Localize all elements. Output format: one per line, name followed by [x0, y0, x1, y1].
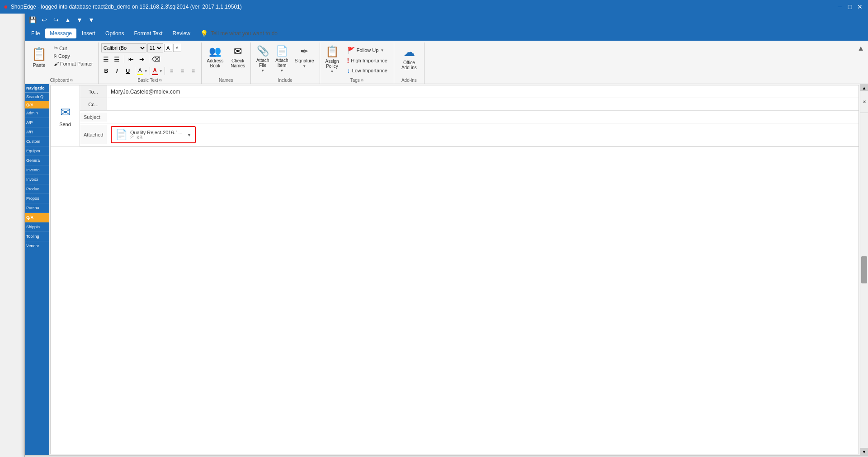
format-painter-icon: 🖌	[54, 61, 59, 66]
attach-file-button[interactable]: 📎 AttachFile ▼	[254, 43, 272, 75]
send-button[interactable]: Send	[59, 122, 71, 127]
save-btn[interactable]: 💾	[28, 15, 38, 25]
basic-text-group: Calibri (Bo 11 A A ☰ ☰ ⇤ ⇥	[99, 42, 202, 84]
tell-me-input[interactable]: 💡 Tell me what you want to do	[196, 28, 866, 39]
paste-label: Paste	[33, 62, 45, 68]
align-center-btn[interactable]: ≡	[178, 66, 188, 76]
sidebar-item-proposals[interactable]: Propos	[25, 194, 49, 203]
sidebar-item-purchasing[interactable]: Purcha	[25, 203, 49, 213]
follow-up-button[interactable]: 🚩 Follow Up ▼	[344, 45, 391, 55]
attachment-name: Quality Reject-2016-1...	[130, 130, 183, 135]
follow-up-label: Follow Up	[357, 47, 379, 53]
menu-message[interactable]: Message	[45, 28, 76, 38]
attachment-item[interactable]: 📄 Quality Reject-2016-1... 21 KB ▼	[111, 126, 196, 143]
sidebar-item-equipment[interactable]: Equipm	[25, 146, 49, 156]
sidebar-item-inventory[interactable]: Invento	[25, 165, 49, 175]
to-input[interactable]	[107, 87, 859, 97]
sidebar-item-custom[interactable]: Custom	[25, 137, 49, 146]
attached-row: Attached 📄 Quality Reject-2016-1... 21 K…	[80, 123, 859, 146]
attach-item-button[interactable]: 📄 AttachItem ▼	[273, 43, 291, 75]
font-family-select[interactable]: Calibri (Bo	[101, 43, 146, 52]
address-book-icon: 👥	[209, 46, 221, 57]
office-add-ins-button[interactable]: ☁ OfficeAdd-ins	[397, 43, 421, 72]
low-importance-button[interactable]: ↓ Low Importance	[344, 66, 391, 75]
bold-btn[interactable]: B	[101, 66, 111, 76]
menu-insert[interactable]: Insert	[77, 28, 100, 38]
clear-format-btn[interactable]: ⌫	[151, 54, 161, 64]
sidebar-item-production[interactable]: Produc	[25, 184, 49, 194]
sidebar-item-qa[interactable]: Q/A	[25, 213, 49, 222]
ribbon-collapse-button[interactable]: ▲	[854, 42, 868, 54]
format-painter-button[interactable]: 🖌 Format Painter	[52, 60, 95, 67]
sidebar-item-ar[interactable]: A/R	[25, 127, 49, 137]
font-size-select[interactable]: 11	[147, 43, 163, 52]
sidebar-item-shipping[interactable]: Shippin	[25, 222, 49, 232]
clipboard-expand-icon[interactable]: ⧉	[70, 78, 73, 83]
tags-expand-icon[interactable]: ⧉	[361, 78, 363, 83]
align-left-btn[interactable]: ≡	[167, 66, 177, 76]
signature-button[interactable]: ✒ Signature ▼	[292, 43, 317, 71]
scrollbar-thumb[interactable]	[861, 256, 867, 283]
close-panel-x[interactable]: ✕	[860, 90, 868, 113]
redo-btn[interactable]: ↪	[51, 15, 61, 25]
cc-button[interactable]: Cc...	[80, 98, 107, 110]
cut-icon: ✂	[54, 45, 58, 51]
follow-up-arrow: ▼	[380, 48, 384, 52]
indent-increase-btn[interactable]: ⇥	[137, 54, 147, 64]
high-importance-label: High Importance	[351, 58, 387, 63]
cc-input[interactable]	[107, 99, 859, 109]
high-importance-button[interactable]: ! High Importance	[344, 56, 391, 65]
bullet-list-btn[interactable]: ☰	[101, 54, 111, 64]
menu-file[interactable]: File	[27, 28, 44, 38]
close-btn-shopedge[interactable]: ✕	[855, 2, 864, 11]
scroll-down-btn[interactable]: ▼	[860, 448, 868, 455]
cut-button[interactable]: ✂ Cut	[52, 44, 95, 52]
check-names-button[interactable]: ✉ CheckNames	[228, 43, 248, 71]
copy-button[interactable]: ⎘ Copy	[52, 52, 95, 60]
sidebar-item-vendor[interactable]: Vendor	[25, 241, 49, 250]
basic-text-expand-icon[interactable]: ⧉	[159, 78, 162, 83]
menu-options[interactable]: Options	[101, 28, 128, 38]
sidebar-search[interactable]: Search Q	[25, 93, 49, 101]
underline-btn[interactable]: U	[123, 66, 133, 76]
font-size-decrease-btn[interactable]: A	[173, 44, 181, 52]
low-importance-label: Low Importance	[352, 68, 387, 73]
attach-file-label: AttachFile	[256, 58, 269, 68]
font-size-increase-btn[interactable]: A	[164, 44, 172, 52]
email-body[interactable]	[52, 149, 857, 452]
minimize-btn-shopedge[interactable]: ─	[835, 2, 844, 11]
sidebar-item-admin[interactable]: Admin	[25, 108, 49, 118]
tags-label: Tags	[350, 78, 360, 83]
subject-input[interactable]	[107, 112, 859, 122]
low-importance-icon: ↓	[347, 67, 350, 74]
attachment-dropdown-arrow[interactable]: ▼	[187, 132, 192, 137]
font-color-btn[interactable]: A	[152, 67, 158, 75]
sidebar-item-ap[interactable]: A/P	[25, 118, 49, 127]
sidebar-item-invoicing[interactable]: Invoici	[25, 175, 49, 184]
assign-policy-button[interactable]: 📋 AssignPolicy ▼	[323, 43, 342, 75]
italic-btn[interactable]: I	[112, 66, 122, 76]
restore-btn-shopedge[interactable]: □	[845, 2, 854, 11]
up-btn[interactable]: ▲	[63, 15, 73, 25]
assign-policy-arrow: ▼	[330, 70, 334, 74]
numbered-list-btn[interactable]: ☰	[112, 54, 122, 64]
menu-review[interactable]: Review	[168, 28, 195, 38]
undo-btn[interactable]: ↩	[39, 15, 49, 25]
sidebar-qa-top[interactable]: Q/A	[25, 101, 49, 108]
highlight-color-btn[interactable]: A	[137, 67, 143, 75]
indent-decrease-btn[interactable]: ⇤	[126, 54, 136, 64]
names-label: Names	[219, 78, 233, 83]
sidebar-item-tooling[interactable]: Tooling	[25, 232, 49, 241]
paste-button[interactable]: 📋 Paste	[28, 43, 51, 71]
to-button[interactable]: To...	[80, 85, 107, 98]
down-btn[interactable]: ▼	[75, 15, 85, 25]
menu-format-text[interactable]: Format Text	[129, 28, 167, 38]
right-scrollbar[interactable]: ▲ ▼	[860, 84, 868, 455]
more-btn[interactable]: ▼	[86, 15, 96, 25]
signature-dropdown: ▼	[302, 64, 306, 68]
align-right-btn[interactable]: ≡	[189, 66, 198, 76]
sidebar-item-general[interactable]: Genera	[25, 156, 49, 165]
assign-policy-label: AssignPolicy	[326, 59, 339, 69]
address-book-button[interactable]: 👥 AddressBook	[204, 43, 226, 71]
address-book-label: AddressBook	[207, 58, 224, 68]
